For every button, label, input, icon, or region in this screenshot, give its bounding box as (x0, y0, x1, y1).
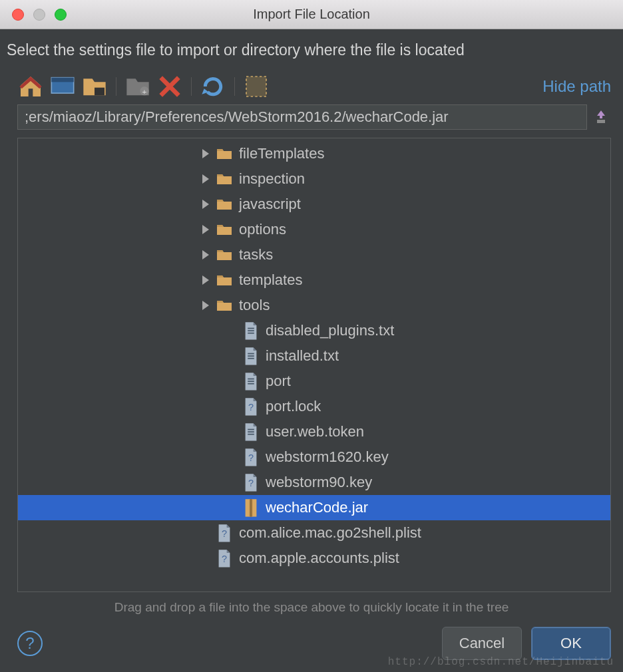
tree-item-label: user.web.token (266, 423, 364, 440)
svg-rect-7 (597, 120, 605, 123)
titlebar: Import File Location (0, 0, 623, 29)
jar-icon (243, 500, 259, 515)
svg-rect-15 (248, 381, 254, 382)
expand-arrow-icon[interactable] (199, 301, 212, 310)
tree-item-label: inspection (239, 170, 305, 188)
watermark: http://blog.csdn.net/Heijinbaitu (388, 656, 614, 668)
tree-item-label: disabled_plugins.txt (266, 322, 394, 339)
home-icon[interactable] (17, 75, 44, 98)
drag-drop-hint: Drag and drop a file into the space abov… (0, 596, 623, 620)
tree-row[interactable]: user.web.token (18, 419, 610, 444)
tree-row[interactable]: installed.txt (18, 343, 610, 369)
project-icon[interactable] (81, 75, 108, 98)
svg-rect-19 (248, 431, 254, 432)
tree-item-label: port.lock (266, 398, 321, 415)
tree-item-label: webstorm1620.key (266, 448, 389, 466)
toolbar-separator (116, 77, 116, 96)
window-maximize-button[interactable] (55, 9, 67, 21)
refresh-icon[interactable] (200, 75, 226, 98)
help-button[interactable]: ? (17, 631, 43, 656)
window-title: Import File Location (0, 7, 623, 22)
unknown-icon: ? (243, 399, 259, 414)
folder-icon (216, 172, 232, 186)
svg-rect-10 (248, 332, 254, 333)
tree-item-label: com.alice.mac.go2shell.plist (239, 524, 421, 542)
svg-text:?: ? (222, 554, 227, 564)
expand-arrow-icon[interactable] (199, 200, 212, 209)
svg-rect-25 (250, 499, 252, 516)
folder-icon (216, 197, 232, 212)
svg-rect-2 (95, 88, 104, 96)
tree-item-label: com.apple.accounts.plist (239, 550, 399, 567)
tree-row[interactable]: port (18, 369, 610, 394)
unknown-icon: ? (243, 450, 259, 464)
tree-item-label: port (266, 373, 291, 390)
hide-path-link[interactable]: Hide path (542, 77, 611, 96)
file-tree[interactable]: fileTemplatesinspectionjavascriptoptions… (17, 138, 611, 592)
tree-row[interactable]: ?webstorm1620.key (18, 444, 610, 470)
tree-row[interactable]: wecharCode.jar (18, 495, 610, 520)
delete-icon[interactable] (156, 75, 183, 98)
tree-row[interactable]: tools (18, 293, 610, 318)
folder-icon (216, 273, 232, 287)
svg-rect-5 (246, 77, 266, 96)
svg-text:?: ? (222, 528, 227, 539)
folder-icon (216, 146, 232, 161)
svg-text:?: ? (248, 402, 254, 413)
tree-row[interactable]: fileTemplates (18, 141, 610, 166)
tree-item-label: templates (239, 271, 302, 289)
tree-row[interactable]: inspection (18, 166, 610, 192)
cancel-button[interactable]: Cancel (442, 627, 522, 660)
svg-rect-13 (248, 357, 254, 359)
expand-arrow-icon[interactable] (199, 225, 212, 234)
expand-arrow-icon[interactable] (199, 275, 212, 285)
window-close-button[interactable] (12, 9, 24, 21)
tree-item-label: webstorm90.key (266, 474, 372, 491)
folder-icon (216, 222, 232, 237)
history-dropdown-icon[interactable] (591, 104, 611, 130)
new-folder-icon[interactable]: + (124, 75, 151, 98)
tree-row[interactable]: ?port.lock (18, 394, 610, 419)
tree-row[interactable]: ?com.apple.accounts.plist (18, 546, 610, 571)
tree-item-label: tasks (239, 246, 273, 263)
svg-rect-12 (248, 355, 254, 357)
tree-item-label: wecharCode.jar (266, 499, 368, 516)
tree-row[interactable]: templates (18, 267, 610, 293)
instruction-text: Select the settings file to import or di… (0, 29, 623, 70)
ok-button[interactable]: OK (531, 627, 611, 660)
svg-rect-20 (248, 433, 254, 434)
tree-row[interactable]: options (18, 217, 610, 242)
svg-rect-18 (248, 428, 254, 430)
svg-rect-16 (248, 383, 254, 384)
unknown-icon: ? (243, 475, 259, 490)
unknown-icon: ? (216, 551, 232, 566)
folder-icon (216, 248, 232, 262)
file-icon (243, 374, 259, 389)
svg-rect-11 (248, 353, 254, 354)
show-hidden-icon[interactable] (243, 75, 270, 98)
tree-row[interactable]: ?webstorm90.key (18, 470, 610, 495)
svg-rect-1 (51, 78, 73, 83)
folder-icon (216, 298, 232, 313)
file-icon (243, 424, 259, 439)
tree-item-label: fileTemplates (239, 145, 324, 162)
svg-text:?: ? (248, 478, 254, 488)
expand-arrow-icon[interactable] (199, 174, 212, 184)
window-minimize-button[interactable] (33, 9, 45, 21)
expand-arrow-icon[interactable] (199, 250, 212, 259)
unknown-icon: ? (216, 526, 232, 540)
tree-row[interactable]: javascript (18, 192, 610, 217)
toolbar-separator (234, 77, 235, 96)
tree-item-label: javascript (239, 196, 301, 213)
tree-row[interactable]: disabled_plugins.txt (18, 318, 610, 343)
tree-row[interactable]: ?com.alice.mac.go2shell.plist (18, 520, 610, 546)
expand-arrow-icon[interactable] (199, 149, 212, 158)
toolbar-separator (191, 77, 192, 96)
tree-row[interactable]: tasks (18, 242, 610, 267)
tree-item-label: options (239, 221, 286, 238)
path-input[interactable] (17, 104, 587, 130)
svg-rect-14 (248, 378, 254, 379)
file-icon (243, 323, 259, 338)
tree-item-label: tools (239, 297, 270, 314)
desktop-icon[interactable] (49, 75, 76, 98)
